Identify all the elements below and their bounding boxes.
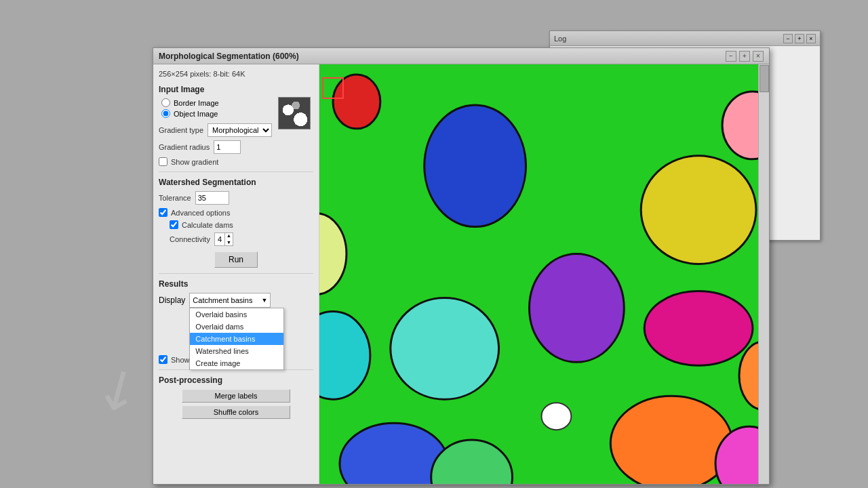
calculate-dams-checkbox[interactable] xyxy=(170,220,178,229)
separator-1 xyxy=(159,171,313,172)
connectivity-arrows: ▲ ▼ xyxy=(224,232,233,246)
gradient-radius-label: Gradient radius xyxy=(159,143,210,151)
dropdown-item-watershed-lines[interactable]: Watershed lines xyxy=(190,345,283,357)
watershed-title: Watershed Segmentation xyxy=(159,178,313,187)
segment-yellow-1 xyxy=(641,156,756,264)
show-numbers-checkbox[interactable] xyxy=(159,355,167,364)
show-gradient-checkbox[interactable] xyxy=(159,157,167,166)
display-dropdown-menu: Overlaid basins Overlaid dams Catchment … xyxy=(189,308,284,370)
main-window-title: Morphological Segmentation (600%) xyxy=(159,52,299,61)
calculate-dams-row: Calculate dams xyxy=(170,220,313,229)
connectivity-label: Connectivity xyxy=(170,235,210,243)
maximize-button[interactable]: + xyxy=(739,51,750,62)
segment-purple xyxy=(530,254,625,363)
vertical-scrollbar[interactable] xyxy=(758,64,769,484)
display-label: Display xyxy=(159,296,185,305)
dropdown-item-overlaid-dams[interactable]: Overlaid dams xyxy=(190,321,283,333)
segment-magenta xyxy=(644,291,753,365)
log-titlebar: Log − + × xyxy=(550,31,820,46)
advanced-options-row: Advanced options xyxy=(159,208,313,217)
dropdown-item-catchment-basins[interactable]: Catchment basins xyxy=(190,333,283,345)
main-titlebar: Morphological Segmentation (600%) − + × xyxy=(153,48,769,64)
run-button[interactable]: Run xyxy=(214,251,258,268)
log-minimize-button[interactable]: − xyxy=(783,34,793,43)
tolerance-label: Tolerance xyxy=(159,194,191,202)
results-title: Results xyxy=(159,279,313,289)
display-dropdown-container: Catchment basins ▼ Overlaid basins Overl… xyxy=(189,293,271,308)
border-image-label: Border Image xyxy=(174,99,219,107)
control-panel: 256×254 pixels: 8-bit: 64K Input Image B… xyxy=(153,64,319,484)
segmentation-canvas xyxy=(319,64,769,484)
shuffle-colors-button[interactable]: Shuffle colors xyxy=(182,405,290,419)
segment-red-1 xyxy=(333,75,380,129)
object-image-label: Object Image xyxy=(174,110,218,118)
segment-orange-bottom xyxy=(610,396,732,484)
advanced-options-label: Advanced options xyxy=(171,209,230,217)
connectivity-value: 4 xyxy=(215,235,224,243)
log-controls: − + × xyxy=(783,34,816,43)
minimize-button[interactable]: − xyxy=(726,51,736,62)
connectivity-up[interactable]: ▲ xyxy=(224,232,233,239)
merge-labels-button[interactable]: Merge labels xyxy=(182,389,290,403)
image-thumbnail xyxy=(278,97,311,129)
input-image-title: Input Image xyxy=(159,85,313,94)
pixel-info: 256×254 pixels: 8-bit: 64K xyxy=(159,70,313,78)
show-gradient-row: Show gradient xyxy=(159,157,313,166)
display-selected-value: Catchment basins xyxy=(193,296,252,304)
border-image-radio[interactable] xyxy=(161,98,170,107)
segment-small-white xyxy=(541,403,571,430)
dropdown-item-overlaid-basins[interactable]: Overlaid basins xyxy=(190,308,283,321)
object-image-radio[interactable] xyxy=(161,109,170,118)
thumbnail-preview xyxy=(279,98,310,129)
tolerance-row: Tolerance xyxy=(159,191,313,205)
advanced-options-checkbox[interactable] xyxy=(159,208,167,217)
gradient-radius-row: Gradient radius xyxy=(159,140,313,154)
log-title: Log xyxy=(554,35,566,43)
connectivity-stepper[interactable]: 4 ▲ ▼ xyxy=(214,232,233,246)
segment-cyan-center xyxy=(391,298,499,399)
scrollbar-thumb[interactable] xyxy=(760,65,769,92)
connectivity-row: Connectivity 4 ▲ ▼ xyxy=(170,232,313,246)
tolerance-input[interactable] xyxy=(195,191,229,205)
main-window: Morphological Segmentation (600%) − + × … xyxy=(153,47,770,485)
calculate-dams-label: Calculate dams xyxy=(182,221,233,229)
display-dropdown-arrow: ▼ xyxy=(261,297,267,304)
post-processing-title: Post-processing xyxy=(159,375,313,385)
dropdown-item-create-image[interactable]: Create image xyxy=(190,357,283,369)
separator-2 xyxy=(159,273,313,274)
show-gradient-label: Show gradient xyxy=(171,158,218,166)
connectivity-down[interactable]: ▼ xyxy=(224,239,233,246)
canvas-area xyxy=(319,64,769,484)
close-button[interactable]: × xyxy=(753,51,764,62)
log-maximize-button[interactable]: + xyxy=(795,34,804,43)
gradient-type-select[interactable]: Morphological xyxy=(208,123,272,137)
window-controls: − + × xyxy=(726,51,764,62)
gradient-radius-input[interactable] xyxy=(214,140,241,154)
segment-blue-1 xyxy=(425,105,526,227)
display-row: Display Catchment basins ▼ Overlaid basi… xyxy=(159,293,313,308)
window-body: 256×254 pixels: 8-bit: 64K Input Image B… xyxy=(153,64,769,484)
gradient-type-label: Gradient type xyxy=(159,126,203,134)
display-select[interactable]: Catchment basins ▼ xyxy=(189,293,271,308)
log-close-button[interactable]: × xyxy=(806,34,816,43)
